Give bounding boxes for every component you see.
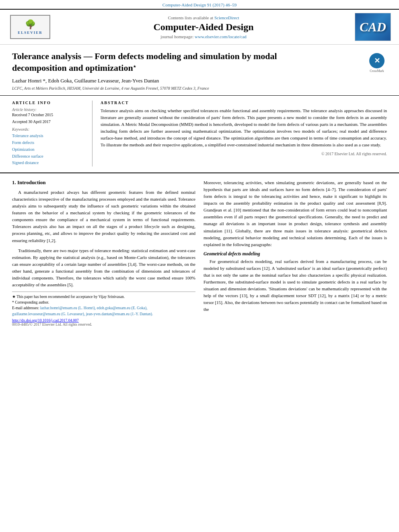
email-line: E-mail addresses: lazhar.homri@ensam.eu … xyxy=(12,305,195,317)
journal-citation: Computer-Aided Design 91 (2017) 46–59 xyxy=(0,0,399,9)
paper-title: Tolerance analysis — Form defects modeli… xyxy=(12,51,318,74)
geom-defects-text: For geometrical defects modeling, real s… xyxy=(204,258,387,313)
keywords-label: Keywords: xyxy=(12,127,86,131)
doi-line: http://dx.doi.org/10.1016/j.cad.2017.04.… xyxy=(12,318,195,322)
paper-title-section: Tolerance analysis — Form defects modeli… xyxy=(0,45,399,96)
article-info-heading: ARTICLE INFO xyxy=(12,101,86,105)
cad-logo-text: CAD xyxy=(360,20,386,35)
received-date: Received 7 October 2015 xyxy=(12,113,86,117)
contents-line: Contents lists available at ScienceDirec… xyxy=(60,15,347,20)
title-star: ★ xyxy=(133,64,136,68)
affiliation: LCFC, Arts et Métiers ParisTech, HESAM, … xyxy=(12,86,387,90)
crossmark: ✕ CrossMark xyxy=(367,53,387,73)
homepage-link[interactable]: www.elsevier.com/locate/cad xyxy=(195,34,247,39)
intro-paragraph-1: A manufactured product always has differ… xyxy=(12,189,195,244)
cad-logo: CAD xyxy=(355,13,391,41)
elsevier-logo: 🌳 ELSEVIER xyxy=(8,13,52,41)
abstract-section: ABSTRACT Tolerance analysis aims on chec… xyxy=(101,101,387,166)
main-content: 1. Introduction A manufactured product a… xyxy=(0,173,399,333)
crossmark-icon: ✕ xyxy=(369,53,385,68)
journal-header: 🌳 ELSEVIER Contents lists available at S… xyxy=(0,9,399,45)
homepage-line: journal homepage: www.elsevier.com/locat… xyxy=(60,34,347,39)
journal-title: Computer-Aided Design xyxy=(60,22,347,33)
intro-paragraph-2: Traditionally, there are two major types… xyxy=(12,247,195,288)
article-info: ARTICLE INFO Article history: Received 7… xyxy=(12,101,93,166)
elsevier-tree-icon: 🌳 xyxy=(25,19,36,30)
sciencedirect-link[interactable]: ScienceDirect xyxy=(214,15,239,20)
accepted-date: Accepted 30 April 2017 xyxy=(12,119,86,124)
keyword-4: Difference surface xyxy=(12,153,86,160)
article-info-abstract-section: ARTICLE INFO Article history: Received 7… xyxy=(0,96,399,173)
keywords-list: Tolerance analysis Form defects Optimiza… xyxy=(12,133,86,166)
geom-defects-subsection-title: Geometrical defects modeling xyxy=(204,251,387,256)
history-label: Article history: xyxy=(12,107,86,112)
footnote-1: ★ This paper has been recommended for ac… xyxy=(12,294,195,300)
keyword-5: Signed distance xyxy=(12,160,86,166)
authors: Lazhar Homri *, Edoh Goka, Guillaume Lev… xyxy=(12,78,387,84)
doi-link[interactable]: http://dx.doi.org/10.1016/j.cad.2017.04.… xyxy=(12,318,79,322)
copyright-line: © 2017 Elsevier Ltd. All rights reserved… xyxy=(101,152,387,156)
keyword-3: Optimization xyxy=(12,146,86,153)
keyword-2: Form defects xyxy=(12,140,86,146)
right-column: Moreover, tolerancing activities, when s… xyxy=(204,179,387,327)
right-paragraph-1: Moreover, tolerancing activities, when s… xyxy=(204,179,387,248)
keyword-1: Tolerance analysis xyxy=(12,133,86,140)
abstract-text: Tolerance analysis aims on checking whet… xyxy=(101,107,387,148)
footnote-2: * Corresponding author. xyxy=(12,300,195,305)
crossmark-label: CrossMark xyxy=(370,69,384,73)
intro-section-title: 1. Introduction xyxy=(12,179,195,186)
abstract-heading: ABSTRACT xyxy=(101,101,387,105)
elsevier-brand-text: ELSEVIER xyxy=(18,31,43,35)
issn-line: 0010-4485/© 2017 Elsevier Ltd. All right… xyxy=(12,322,195,327)
left-column: 1. Introduction A manufactured product a… xyxy=(12,179,195,327)
footnote-section: ★ This paper has been recommended for ac… xyxy=(12,292,195,327)
journal-center: Contents lists available at ScienceDirec… xyxy=(52,15,355,39)
